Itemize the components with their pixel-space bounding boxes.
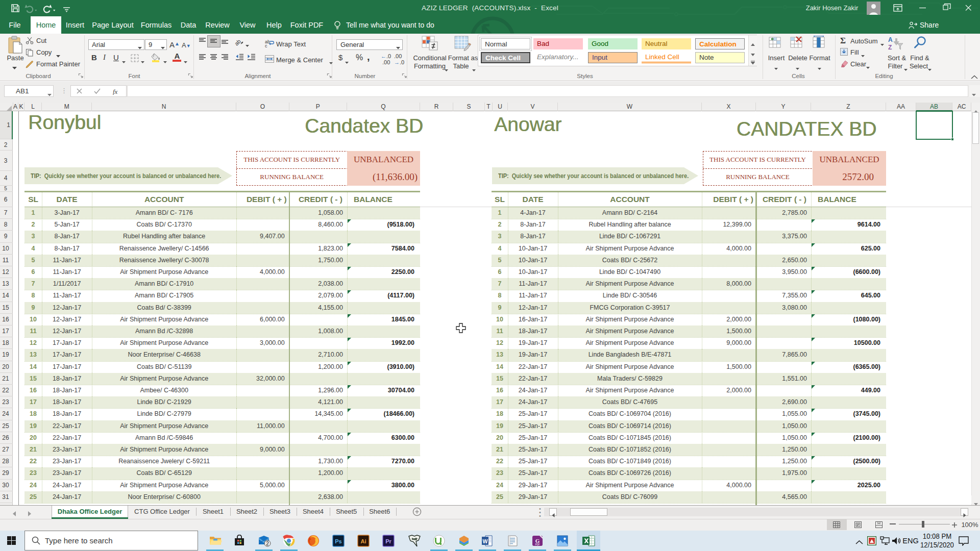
svg-text:ab: ab — [234, 38, 242, 46]
svg-text:W: W — [482, 538, 487, 544]
svg-text:2: 2 — [266, 541, 269, 546]
svg-text:c: c — [265, 43, 267, 48]
svg-text:Ai: Ai — [361, 538, 366, 544]
svg-text:Z: Z — [888, 44, 892, 51]
svg-text:PDF: PDF — [535, 543, 540, 546]
svg-text:A: A — [888, 36, 893, 43]
svg-text:Pr: Pr — [386, 538, 392, 544]
svg-text:fx: fx — [113, 88, 118, 95]
svg-text:Ps: Ps — [335, 538, 341, 544]
